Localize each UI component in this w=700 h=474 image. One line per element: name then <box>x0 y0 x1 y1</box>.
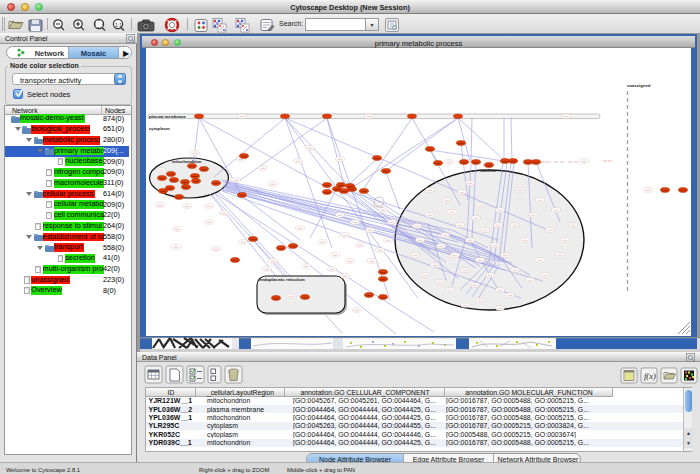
svg-text:endoplasmic reticulum: endoplasmic reticulum <box>259 277 305 282</box>
svg-text:1:1: 1:1 <box>115 22 122 28</box>
svg-text:mitochondrion: mitochondrion <box>172 159 202 164</box>
svg-text:plasma membrane: plasma membrane <box>149 114 186 119</box>
svg-text:nucleus: nucleus <box>480 168 496 173</box>
svg-text:unassigned: unassigned <box>627 83 651 88</box>
svg-text:cytoplasm: cytoplasm <box>149 126 170 131</box>
svg-text:f(x): f(x) <box>644 371 656 381</box>
